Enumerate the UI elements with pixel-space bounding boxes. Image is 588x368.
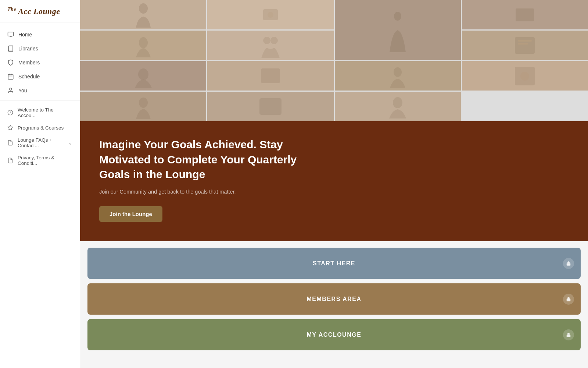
sidebar-item-programs[interactable]: Programs & Courses <box>0 121 80 134</box>
photo-cell-5 <box>80 31 206 60</box>
photo-cell-14 <box>335 92 461 121</box>
sidebar-divider <box>0 100 80 101</box>
photo-cell-2 <box>207 0 333 29</box>
main-content: Imagine Your Goals Achieved. Stay Motiva… <box>80 0 588 368</box>
photo-cell-4 <box>462 0 588 29</box>
my-acclounge-label: My AccLounge <box>307 332 362 338</box>
doc-icon <box>7 140 13 146</box>
join-lounge-button[interactable]: Join the Lounge <box>99 206 162 222</box>
sidebar-logo: The Acc Lounge <box>0 0 80 22</box>
logo-text: The Acc Lounge <box>7 7 60 16</box>
sidebar-item-home-label: Home <box>18 32 32 38</box>
photo-grid <box>80 0 588 121</box>
book-icon <box>7 45 14 52</box>
sidebar-item-privacy[interactable]: Privacy, Terms & Conditi... <box>0 152 80 169</box>
section-cards-container: START HERE Members Area My AccLounge <box>80 248 588 358</box>
sidebar-item-members-label: Members <box>18 60 40 66</box>
photo-cell-7 <box>462 31 588 60</box>
photo-cell-8 <box>80 61 206 91</box>
svg-point-18 <box>270 37 278 44</box>
person-icon <box>7 87 14 94</box>
sidebar: The Acc Lounge Home Libraries Members <box>0 0 80 368</box>
info-icon <box>7 110 13 116</box>
photo-cell-3 <box>335 0 461 60</box>
chevron-down-icon: ⌄ <box>68 140 72 146</box>
calendar-icon <box>7 73 14 80</box>
svg-rect-19 <box>515 37 535 54</box>
svg-marker-10 <box>8 125 12 130</box>
sidebar-item-schedule[interactable]: Schedule <box>0 70 80 84</box>
sidebar-item-welcome-label: Welcome to The Accou... <box>18 107 72 118</box>
photo-cell-9 <box>207 61 333 91</box>
photo-cell-10 <box>335 61 461 91</box>
svg-point-29 <box>393 97 402 108</box>
svg-point-16 <box>139 37 148 48</box>
svg-rect-23 <box>261 68 280 83</box>
sidebar-item-faq-label: Lounge FAQs + Contact... <box>18 137 64 148</box>
svg-point-22 <box>138 68 148 80</box>
sidebar-item-programs-label: Programs & Courses <box>18 125 64 131</box>
svg-point-17 <box>263 37 270 44</box>
doc2-icon <box>7 158 13 163</box>
sidebar-item-faq[interactable]: Lounge FAQs + Contact... ⌄ <box>0 134 80 152</box>
shield-icon <box>7 59 14 66</box>
svg-rect-28 <box>259 98 282 115</box>
sidebar-navigation: Home Libraries Members Schedule You <box>0 22 80 174</box>
photo-cell-11 <box>462 61 588 91</box>
svg-rect-21 <box>518 43 528 45</box>
photo-cell-13 <box>207 92 333 121</box>
start-here-label: START HERE <box>313 260 355 267</box>
sidebar-item-schedule-label: Schedule <box>18 74 40 79</box>
monitor-icon <box>7 31 14 38</box>
svg-point-27 <box>139 98 148 108</box>
svg-rect-15 <box>516 8 534 21</box>
svg-point-24 <box>394 67 402 77</box>
svg-point-11 <box>139 3 148 14</box>
svg-rect-20 <box>518 40 532 42</box>
star-icon <box>7 125 13 131</box>
svg-point-26 <box>520 72 529 81</box>
svg-rect-2 <box>8 74 13 79</box>
svg-rect-30 <box>567 263 571 265</box>
svg-point-6 <box>10 88 12 91</box>
hero-section: Imagine Your Goals Achieved. Stay Motiva… <box>80 121 588 241</box>
photo-cell-6 <box>207 31 333 60</box>
my-acclounge-card[interactable]: My AccLounge <box>87 319 581 350</box>
photo-cell-1 <box>80 0 206 29</box>
sidebar-item-welcome[interactable]: Welcome to The Accou... <box>0 104 80 121</box>
hero-title: Imagine Your Goals Achieved. Stay Motiva… <box>99 137 298 182</box>
sidebar-item-members[interactable]: Members <box>0 56 80 70</box>
members-area-card[interactable]: Members Area <box>87 283 581 315</box>
svg-rect-32 <box>567 335 571 337</box>
sidebar-item-you[interactable]: You <box>0 84 80 98</box>
sidebar-item-you-label: You <box>18 88 27 93</box>
svg-point-13 <box>268 12 273 18</box>
svg-point-14 <box>394 12 401 21</box>
members-area-label: Members Area <box>307 296 362 302</box>
start-here-lock-icon <box>563 258 574 269</box>
sidebar-item-libraries-label: Libraries <box>18 46 38 52</box>
start-here-card[interactable]: START HERE <box>87 248 581 279</box>
hero-subtitle: Join our Community and get back to the g… <box>99 188 268 196</box>
my-acclounge-lock-icon <box>563 329 574 340</box>
members-area-lock-icon <box>563 294 574 305</box>
svg-rect-31 <box>567 299 571 301</box>
sidebar-item-privacy-label: Privacy, Terms & Conditi... <box>18 155 72 166</box>
svg-rect-0 <box>8 32 14 36</box>
photo-cell-12 <box>80 92 206 121</box>
sidebar-item-home[interactable]: Home <box>0 28 80 42</box>
sidebar-item-libraries[interactable]: Libraries <box>0 42 80 56</box>
